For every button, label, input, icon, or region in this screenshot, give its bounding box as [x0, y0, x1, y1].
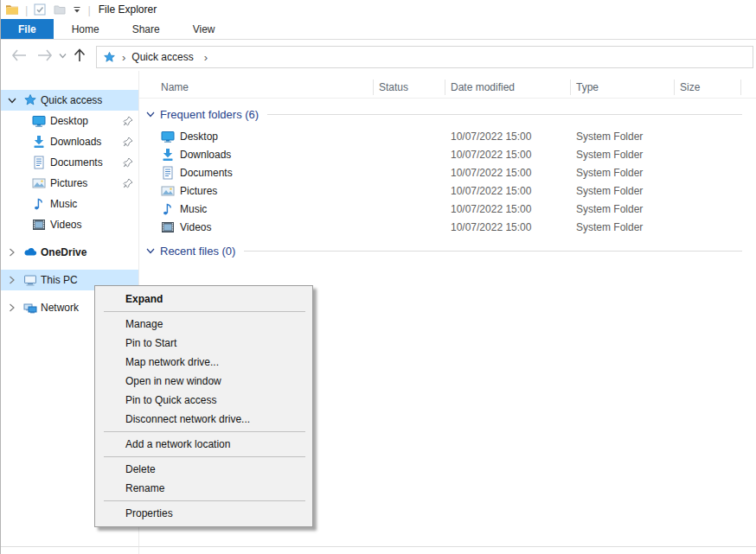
menu-item-pin-to-start[interactable]: Pin to Start	[95, 334, 312, 353]
videos-icon	[32, 218, 46, 232]
group-header-label: Recent files (0)	[160, 245, 235, 258]
chevron-right-icon[interactable]	[6, 302, 18, 314]
properties-icon[interactable]	[34, 3, 46, 16]
file-row-downloads[interactable]: Downloads 10/07/2022 15:00 System Folder	[139, 146, 756, 164]
sidebar-item-label: Videos	[50, 219, 81, 231]
chevron-down-icon[interactable]	[6, 94, 18, 106]
this-pc-icon	[23, 273, 37, 287]
column-header-name[interactable]: Name	[161, 76, 189, 99]
sidebar-item-label: Desktop	[50, 115, 88, 127]
forward-icon[interactable]	[35, 40, 54, 71]
file-date-modified: 10/07/2022 15:00	[451, 146, 531, 164]
file-type: System Folder	[576, 146, 643, 164]
sidebar-item-label: Pictures	[50, 177, 87, 189]
ribbon-tab-bar: File Home Share View	[1, 19, 756, 40]
tab-file[interactable]: File	[1, 19, 54, 39]
pictures-icon	[32, 176, 46, 190]
column-resize-handle[interactable]	[445, 80, 445, 95]
sidebar-spacer	[1, 263, 138, 270]
column-resize-handle[interactable]	[674, 80, 675, 95]
file-type: System Folder	[576, 128, 643, 146]
pin-icon	[123, 178, 133, 188]
pin-icon	[123, 137, 133, 147]
chevron-right-icon[interactable]	[6, 274, 18, 286]
menu-separator	[104, 311, 305, 312]
file-row-pictures[interactable]: Pictures 10/07/2022 15:00 System Folder	[139, 182, 756, 201]
sidebar-item-label: This PC	[41, 274, 78, 286]
pin-icon	[123, 157, 133, 168]
chevron-down-icon[interactable]	[146, 245, 157, 256]
tab-home[interactable]: Home	[55, 19, 116, 39]
sidebar-item-label: OneDrive	[41, 246, 86, 258]
sidebar-item-label: Quick access	[41, 94, 102, 106]
file-row-music[interactable]: Music 10/07/2022 15:00 System Folder	[139, 201, 756, 219]
column-resize-handle[interactable]	[570, 80, 571, 95]
column-header-size[interactable]: Size	[680, 76, 700, 99]
chevron-right-icon[interactable]	[6, 246, 18, 258]
group-header-label: Frequent folders (6)	[160, 108, 259, 121]
menu-item-map-network-drive[interactable]: Map network drive...	[95, 353, 312, 372]
menu-item-disconnect-network-drive[interactable]: Disconnect network drive...	[95, 410, 312, 429]
menu-item-expand[interactable]: Expand	[95, 290, 312, 309]
window-title: File Explorer	[99, 3, 157, 16]
file-name: Desktop	[180, 128, 218, 146]
column-header-row: Name Status Date modified Type Size	[139, 76, 756, 99]
sidebar-item-quick-access[interactable]: Quick access	[1, 90, 138, 111]
videos-icon	[161, 220, 175, 234]
statusbar-divider	[1, 546, 756, 547]
file-type: System Folder	[576, 201, 643, 219]
desktop-icon	[161, 130, 175, 143]
sidebar-item-videos[interactable]: Videos	[1, 214, 138, 235]
desktop-icon	[32, 114, 46, 128]
file-type: System Folder	[576, 182, 643, 201]
quick-access-star-icon	[23, 93, 37, 107]
breadcrumb-chevron-icon[interactable]: ›	[204, 51, 208, 64]
column-resize-handle[interactable]	[373, 80, 374, 95]
menu-item-add-network-location[interactable]: Add a network location	[95, 435, 312, 454]
tab-share[interactable]: Share	[116, 19, 176, 39]
menu-item-pin-to-quick-access[interactable]: Pin to Quick access	[95, 391, 312, 410]
downloads-icon	[32, 135, 46, 149]
new-folder-icon[interactable]	[54, 3, 66, 16]
file-name: Downloads	[180, 146, 231, 164]
breadcrumb-location[interactable]: Quick access	[131, 51, 193, 63]
recent-locations-chevron-icon[interactable]	[56, 40, 68, 71]
chevron-down-icon[interactable]	[146, 109, 157, 119]
sidebar-item-music[interactable]: Music	[1, 194, 138, 214]
toolbar-dropdown-icon[interactable]	[73, 5, 81, 14]
group-header-recent-files[interactable]: Recent files (0)	[139, 242, 756, 259]
column-header-status[interactable]: Status	[379, 76, 408, 99]
menu-item-open-in-new-window[interactable]: Open in new window	[95, 372, 312, 391]
menu-separator	[104, 456, 305, 457]
group-header-rule	[244, 251, 742, 252]
explorer-folder-icon	[5, 3, 19, 16]
column-header-date-modified[interactable]: Date modified	[451, 76, 515, 99]
column-header-type[interactable]: Type	[576, 76, 599, 99]
quick-access-star-icon	[103, 51, 116, 64]
group-header-frequent-folders[interactable]: Frequent folders (6)	[139, 105, 756, 123]
menu-item-manage[interactable]: Manage	[95, 315, 312, 334]
sidebar-item-pictures[interactable]: Pictures	[1, 173, 138, 194]
sidebar-item-desktop[interactable]: Desktop	[1, 111, 138, 131]
breadcrumb-chevron-icon[interactable]: ›	[122, 51, 125, 64]
menu-item-rename[interactable]: Rename	[95, 479, 312, 498]
sidebar-item-onedrive[interactable]: OneDrive	[1, 242, 138, 263]
sidebar-item-documents[interactable]: Documents	[1, 152, 138, 173]
address-box[interactable]: › Quick access ›	[96, 46, 753, 68]
up-icon[interactable]	[70, 40, 89, 71]
column-resize-handle[interactable]	[740, 80, 741, 95]
file-date-modified: 10/07/2022 15:00	[451, 219, 531, 237]
address-bar: › Quick access ›	[1, 40, 756, 71]
file-row-documents[interactable]: Documents 10/07/2022 15:00 System Folder	[139, 164, 756, 182]
sidebar-item-downloads[interactable]: Downloads	[1, 131, 138, 152]
pictures-icon	[161, 184, 175, 198]
back-icon[interactable]	[10, 40, 29, 71]
tab-view[interactable]: View	[176, 19, 232, 39]
file-row-videos[interactable]: Videos 10/07/2022 15:00 System Folder	[139, 219, 756, 237]
sidebar-item-label: Network	[41, 302, 79, 314]
menu-separator	[104, 431, 305, 432]
menu-item-delete[interactable]: Delete	[95, 460, 312, 479]
file-date-modified: 10/07/2022 15:00	[451, 164, 531, 182]
menu-item-properties[interactable]: Properties	[95, 504, 312, 523]
file-row-desktop[interactable]: Desktop 10/07/2022 15:00 System Folder	[139, 128, 756, 146]
